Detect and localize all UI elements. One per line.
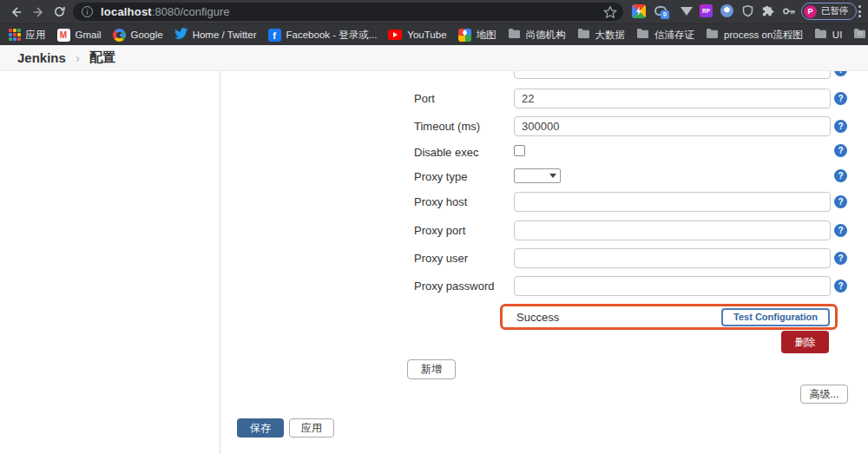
bookmark-maps[interactable]: 地图 (458, 29, 496, 42)
field-label-proxy-user: Proxy user (414, 252, 468, 265)
field-label-disable-exec: Disable exec (414, 146, 478, 159)
form-row-proxy-port: Proxy port (220, 220, 853, 241)
forward-icon[interactable] (31, 4, 46, 19)
advanced-button[interactable]: 高级... (800, 385, 848, 404)
shield-extension-icon[interactable] (741, 4, 754, 17)
bookmark-folder-4[interactable]: process on流程图 (706, 27, 803, 43)
folder-icon (636, 27, 649, 43)
add-button[interactable]: 新增 (407, 359, 456, 379)
address-bar[interactable]: i localhost :8080/configure (73, 3, 623, 21)
folder-icon (814, 27, 827, 43)
bookmark-gmail[interactable]: Gmail (57, 29, 102, 42)
field-label-port: Port (414, 92, 435, 105)
proxy-user-input[interactable] (514, 248, 831, 268)
bookmark-folder-5[interactable]: UI (814, 27, 843, 43)
help-icon[interactable] (834, 144, 847, 157)
bookmarks-overflow-icon[interactable]: » (857, 26, 863, 39)
v-extension-icon[interactable] (681, 7, 693, 16)
bookmark-youtube[interactable]: YouTube (388, 30, 446, 40)
circle-extension-icon[interactable] (720, 4, 733, 17)
password-key-icon[interactable] (782, 4, 796, 18)
field-label-proxy-host: Proxy host (414, 195, 467, 208)
folder-icon (508, 27, 521, 43)
config-form: Port Timeout (ms) Disable exec Proxy typ… (220, 71, 868, 454)
back-icon[interactable] (8, 4, 23, 19)
delete-button[interactable]: 删除 (781, 331, 829, 353)
field-label-timeout: Timeout (ms) (414, 120, 480, 133)
avatar: P (804, 5, 817, 18)
form-row-port: Port (220, 89, 853, 109)
bookmark-twitter[interactable]: Home / Twitter (174, 27, 257, 43)
rp-label: RP (700, 4, 713, 17)
field-label-proxy-port: Proxy port (414, 224, 465, 237)
zap-extension-icon[interactable] (632, 4, 646, 18)
form-row-proxy-password: Proxy password (220, 276, 853, 297)
side-panel (0, 71, 220, 454)
url-path: :8080/configure (152, 5, 230, 18)
main-content: Port Timeout (ms) Disable exec Proxy typ… (0, 71, 868, 454)
form-row-proxy-user: Proxy user (220, 248, 853, 269)
site-info-icon[interactable]: i (82, 6, 93, 17)
help-icon[interactable] (834, 195, 847, 208)
google-icon (113, 29, 126, 42)
help-icon[interactable] (834, 224, 847, 237)
browser-menu-icon[interactable] (858, 5, 861, 17)
form-row-disable-exec: Disable exec (220, 142, 853, 163)
loop-extension-icon[interactable]: 0 (654, 6, 667, 16)
twitter-icon (174, 27, 187, 43)
jenkins-configure-page: Port Timeout (ms) Disable exec Proxy typ… (0, 0, 868, 454)
proxy-password-input[interactable] (514, 276, 831, 296)
bookmark-folder-3[interactable]: 信浦存证 (636, 27, 694, 43)
form-row-proxy-host: Proxy host (220, 192, 853, 213)
apply-button[interactable]: 应用 (289, 418, 334, 438)
proxy-host-input[interactable] (514, 192, 831, 212)
breadcrumb-configure[interactable]: 配置 (89, 49, 115, 66)
bookmark-folder-2[interactable]: 大数据 (577, 27, 626, 43)
help-icon[interactable] (834, 169, 847, 182)
help-icon[interactable] (834, 280, 847, 293)
field-label-proxy-type: Proxy type (414, 170, 467, 183)
test-status-text: Success (516, 311, 559, 324)
bookmark-folder-1[interactable]: 尚德机构 (508, 27, 566, 43)
save-button[interactable]: 保存 (237, 418, 284, 438)
proxy-type-select[interactable] (514, 168, 561, 183)
help-icon[interactable] (834, 120, 847, 133)
form-row-timeout: Timeout (ms) (220, 116, 853, 137)
help-icon[interactable] (834, 92, 847, 105)
facebook-icon (268, 29, 281, 42)
jenkins-breadcrumb-bar: Jenkins › 配置 (0, 45, 868, 71)
extension-badge: 0 (661, 10, 669, 19)
rp-extension-icon[interactable]: RP (700, 4, 713, 17)
extensions-puzzle-icon[interactable] (761, 4, 774, 17)
gmail-icon (57, 29, 70, 42)
bookmark-apps[interactable]: 应用 (9, 29, 46, 42)
bookmark-facebook[interactable]: Facebook - 登录或... (268, 29, 378, 42)
test-configuration-button[interactable]: Test Configuration (721, 308, 830, 326)
help-icon[interactable] (834, 252, 847, 265)
youtube-icon (388, 30, 402, 40)
disable-exec-checkbox[interactable] (514, 145, 525, 156)
timeout-input[interactable] (514, 116, 831, 136)
url-host: localhost (101, 5, 152, 18)
test-result-highlight: Success Test Configuration (500, 304, 838, 330)
proxy-port-input[interactable] (514, 220, 831, 240)
profile-chip[interactable]: P 已暂停 (801, 3, 857, 20)
apps-grid-icon (9, 29, 21, 41)
reload-icon[interactable] (52, 4, 67, 19)
profile-status: 已暂停 (821, 5, 849, 17)
breadcrumb-jenkins[interactable]: Jenkins (17, 50, 66, 65)
bookmark-star-icon[interactable] (603, 5, 617, 23)
browser-toolbar: i localhost :8080/configure 0 RP P (0, 0, 868, 23)
folder-icon (577, 27, 590, 43)
form-row-proxy-type: Proxy type (220, 168, 853, 189)
port-input[interactable] (514, 89, 831, 109)
maps-icon (458, 29, 471, 42)
field-label-proxy-password: Proxy password (414, 280, 494, 293)
breadcrumb-separator: › (76, 50, 80, 65)
bookmarks-bar: 应用 Gmail Google Home / Twitter Facebook … (0, 23, 868, 45)
folder-icon (706, 27, 719, 43)
bookmark-google[interactable]: Google (113, 29, 163, 42)
